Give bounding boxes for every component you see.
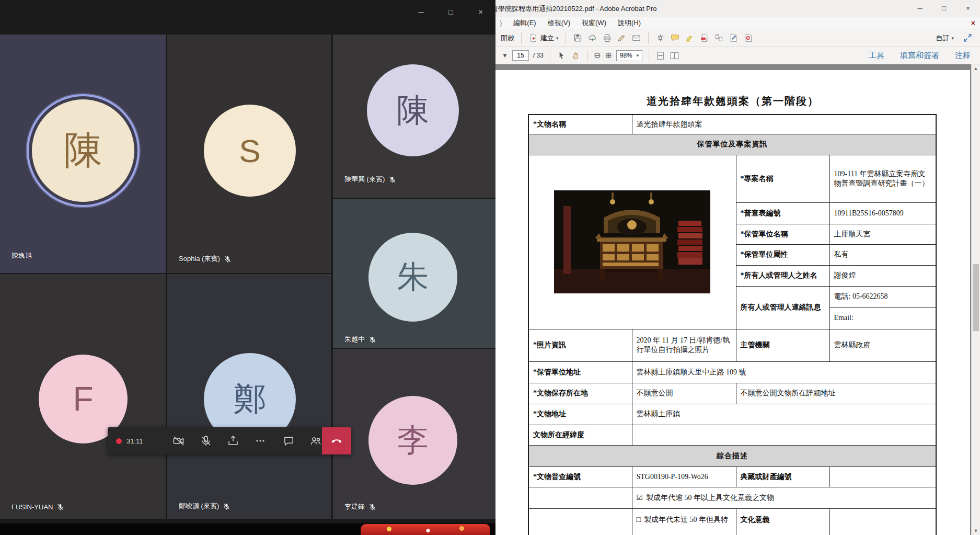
field-label: *專案名稱 [736,155,829,202]
avatar: 陳 [367,64,459,156]
share-screen-button[interactable] [220,427,247,454]
pdf-export-icon [699,33,709,43]
pdf-export-button[interactable] [699,33,709,43]
sign-icon [617,33,627,43]
two-page-view-button[interactable] [670,51,679,61]
avatar-initial: 李 [397,419,429,462]
tab-comment[interactable]: 注釋 [955,51,971,61]
zoom-out-button[interactable]: ⊖ [594,51,601,60]
section-header: 保管單位及專案資訊 [528,134,936,155]
cloud-upload-button[interactable] [587,33,597,43]
hand-tool-button[interactable] [571,51,581,61]
empty-cell [528,487,632,508]
sign-button[interactable] [617,33,627,43]
organize-pages-button[interactable] [714,33,724,43]
chat-icon [283,435,295,447]
fullscreen-toggle-button[interactable] [963,33,973,43]
video-tile-participant-3[interactable]: 陳 陳華興 (來賓) [333,35,495,198]
avatar: 陳 [32,99,134,202]
zoom-in-button[interactable]: ⊕ [605,51,612,60]
acrobat-minimize-button[interactable]: ─ [908,0,932,16]
menu-view[interactable]: 檢視(V) [548,18,570,28]
stamp-button[interactable] [743,33,753,43]
toolbar-separator [649,50,649,61]
video-tile-participant-7[interactable]: 鄭 鄭竣源 (來賓) [167,274,331,519]
next-page-button[interactable]: ▼ [502,52,508,59]
open-button[interactable]: 開啟 [501,33,514,43]
hang-up-button[interactable] [322,427,351,454]
teams-maximize-button[interactable]: □ [436,0,466,24]
save-icon [573,33,583,43]
scroll-down-arrow[interactable]: ▼ [972,528,980,533]
participant-name: 陳華興 (來賓) [344,175,385,184]
select-tool-button[interactable] [557,51,567,61]
customize-button[interactable]: 自訂▾ [936,33,954,43]
settings-button[interactable] [655,33,665,43]
create-button[interactable]: 建立▾ [528,33,559,43]
scroll-up-arrow[interactable]: ▲ [972,66,980,71]
field-label: 主管機關 [736,329,829,361]
tab-fill-sign[interactable]: 填寫和簽署 [900,51,939,61]
video-tile-participant-6[interactable]: F FUSIN-YUAN [0,274,166,519]
tab-tools[interactable]: 工具 [869,51,884,61]
field-label: *所有人或管理人之姓名 [736,265,829,286]
save-button[interactable] [573,33,583,43]
video-tile-participant-4[interactable]: 朱 朱越中 [333,199,495,348]
mail-button[interactable] [631,33,641,43]
document-close-button[interactable]: × [971,19,975,27]
checkbox-text: 製成年代逾 50 年以上具文化意義之文物 [646,494,774,502]
menu-help[interactable]: 說明(H) [618,18,641,28]
acrobat-close-button[interactable]: × [956,0,980,16]
toolbar-separator [550,50,550,61]
teams-titlebar: ─ □ × [0,0,495,33]
field-value: 電話: 05-6622658 [829,286,936,307]
video-tile-participant-1[interactable]: 陳 陳逸旭 [0,35,166,273]
call-control-bar: 31:11 [108,427,351,454]
artifact-photo [554,190,710,293]
field-value: 雲林縣土庫鎮順天里中正路 109 號 [632,361,936,383]
video-tile-participant-5[interactable]: 李 李建鋒 [333,349,495,519]
highlight-button[interactable] [685,33,695,43]
field-label: *文物普查編號 [528,466,632,487]
empty-cell [528,508,632,535]
zoom-level-value: 98% [620,52,632,59]
zoom-level-select[interactable]: 98%▾ [616,50,643,61]
more-options-button[interactable] [247,427,274,454]
mail-icon [631,33,641,43]
teams-minimize-button[interactable]: ─ [406,0,436,24]
pdf-document-title: 道光拾肆年款翹頭案（第一階段） [495,94,970,108]
mic-off-icon [200,435,212,447]
participant-name: 鄭竣源 (來賓) [179,502,219,511]
acrobat-maximize-button[interactable]: □ [932,0,956,16]
avatar-initial: 陳 [64,124,102,177]
fit-width-button[interactable] [655,51,665,61]
pdf-page: 道光拾肆年款翹頭案（第一階段） *文物名稱 道光拾肆年款翹頭案 保管單位及專案資… [495,70,970,535]
mic-muted-icon [368,503,376,511]
camera-off-button[interactable] [165,427,192,454]
teams-close-button[interactable]: × [466,0,495,24]
comment-button[interactable] [670,33,680,43]
mic-off-button[interactable] [192,427,220,454]
field-label: *保管單位屬性 [736,244,829,265]
video-tile-participant-2[interactable]: S Sophia (來賓) [167,35,331,273]
scrollbar-thumb[interactable] [973,264,979,331]
stamp-icon [743,33,753,43]
page-number-input[interactable] [512,50,529,61]
menu-edit[interactable]: 編輯(E) [513,18,536,28]
main-toolbar: 開啟 建立▾ 自訂▾ [495,29,980,47]
print-icon [602,33,612,43]
field-value: 道光拾肆年款翹頭案 [632,115,936,134]
highlight-icon [685,33,695,43]
edit-pdf-button[interactable] [729,33,739,43]
field-label: *照片資訊 [528,329,632,361]
toolbar-separator [521,32,522,44]
field-label: *普查表編號 [736,202,829,224]
print-button[interactable] [602,33,612,43]
field-value: 不願意公開文物所在詳細地址 [736,383,936,404]
toolbar-separator [648,32,649,44]
artifact-photo-cell [528,155,736,329]
document-area: 道光拾肆年款翹頭案（第一階段） *文物名稱 道光拾肆年款翹頭案 保管單位及專案資… [495,64,980,535]
chat-button[interactable] [275,427,302,454]
vertical-scrollbar[interactable]: ▲ ▼ [971,64,980,535]
menu-window[interactable]: 視窗(W) [582,18,606,28]
